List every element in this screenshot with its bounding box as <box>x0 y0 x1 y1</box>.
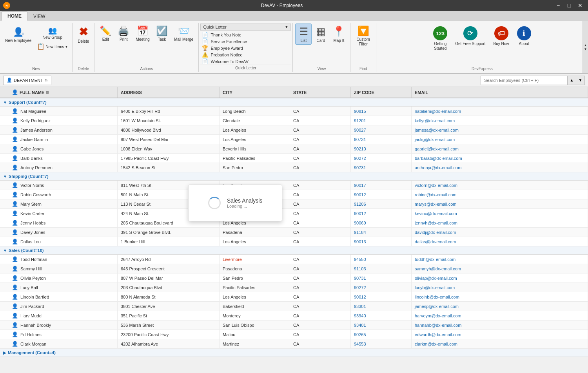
zip-link[interactable]: 90272 <box>354 156 366 161</box>
ribbon-scroll[interactable]: ▲ ▼ <box>583 21 588 73</box>
department-filter[interactable]: 👤 DEPARTMENT ⇅ <box>3 76 51 85</box>
zip-link[interactable]: 90815 <box>354 109 366 114</box>
email-link[interactable]: hannahb@dx-email.com <box>415 323 461 328</box>
grid-scroll-area[interactable]: ▼ Support (Count=7) 👤Nat Maguiree 6400 E… <box>0 98 588 373</box>
table-row[interactable]: 👤Ed Holmes 23200 Pacific Coast Hwy Malib… <box>0 330 588 339</box>
tab-view[interactable]: VIEW <box>27 12 51 21</box>
getting-started-button[interactable]: 123 GettingStarted <box>430 24 451 53</box>
table-row[interactable]: 👤Victor Norris 811 West 7th St. Los Ange… <box>0 181 588 190</box>
table-row[interactable]: 👤Nat Maguiree 6400 E Bixby Hill Rd Long … <box>0 107 588 116</box>
about-button[interactable]: ℹ About <box>514 24 535 48</box>
tab-home[interactable]: HOME <box>2 11 27 21</box>
buy-now-button[interactable]: 🏷 Buy Now <box>490 24 513 48</box>
service-excellence-item[interactable]: 📄 Service Excellence <box>200 38 291 45</box>
email-link[interactable]: victorn@dx-email.com <box>415 183 457 188</box>
table-row[interactable]: 👤Lucy Ball 203 Chautauqua Blvd Pacific P… <box>0 283 588 292</box>
email-link[interactable]: davidj@dx-email.com <box>415 230 456 235</box>
zip-link[interactable]: 91184 <box>354 230 366 235</box>
header-address[interactable]: ADDRESS <box>118 87 220 98</box>
table-row[interactable]: 👤Davey Jones 391 S Orange Grove Blvd. Pa… <box>0 228 588 237</box>
email-link[interactable]: dallas@dx-email.com <box>415 239 456 244</box>
email-link[interactable]: jackg@dx-email.com <box>415 137 455 142</box>
email-link[interactable]: anthonyr@dx-email.com <box>415 165 461 170</box>
zip-link[interactable]: 90731 <box>354 137 366 142</box>
header-email[interactable]: EMAIL <box>412 87 588 98</box>
map-it-button[interactable]: 📍 Map It <box>330 24 348 45</box>
table-row[interactable]: 👤Dallas Lou 1 Bunker Hill Los Angeles CA… <box>0 237 588 246</box>
probation-notice-item[interactable]: ⚠️ Probation Notice <box>200 51 291 58</box>
email-link[interactable]: kevinc@dx-email.com <box>415 211 457 216</box>
header-city[interactable]: CITY <box>220 87 290 98</box>
group-sales[interactable]: ▼ Sales (Count=10) <box>0 246 588 255</box>
email-link[interactable]: jennyh@dx-email.com <box>415 221 457 225</box>
group-support[interactable]: ▼ Support (Count=7) <box>0 98 588 107</box>
zip-link[interactable]: 93940 <box>354 313 366 318</box>
email-link[interactable]: sammyh@dx-email.com <box>415 266 461 271</box>
new-items-button[interactable]: 📋 New Items ▼ <box>35 42 70 52</box>
zip-link[interactable]: 90069 <box>354 221 366 225</box>
list-view-button[interactable]: ☰ List <box>295 24 312 45</box>
maximize-button[interactable]: □ <box>564 2 574 9</box>
employee-award-item[interactable]: 🏆 Employee Award <box>200 45 291 51</box>
zip-link[interactable]: 90017 <box>354 183 366 188</box>
email-link[interactable]: clarkm@dx-email.com <box>415 342 457 346</box>
print-button[interactable]: 🖨️ Print <box>115 24 132 43</box>
zip-link[interactable]: 90027 <box>354 128 366 132</box>
new-group-button[interactable]: 👥 New Group <box>35 25 70 41</box>
task-button[interactable]: ☑️ Task <box>153 24 171 43</box>
email-link[interactable]: robinc@dx-email.com <box>415 192 457 197</box>
email-link[interactable]: barbarab@dx-email.com <box>415 156 462 161</box>
table-row[interactable]: 👤Gabe Jones 1008 Elden Way Beverly Hills… <box>0 144 588 154</box>
zip-link[interactable]: 94553 <box>354 342 366 346</box>
zip-link[interactable]: 91206 <box>354 202 366 206</box>
table-row[interactable]: 👤Jim Packard 3801 Chester Ave Bakersfiel… <box>0 302 588 311</box>
table-row[interactable]: 👤Robin Cosworth 501 N Main St. CA 90012 … <box>0 190 588 199</box>
zip-link[interactable]: 94550 <box>354 257 366 262</box>
zip-link[interactable]: 90013 <box>354 239 366 244</box>
group-management[interactable]: ▶ Management (Count=4) <box>0 349 588 357</box>
table-row[interactable]: 👤Hannah Brookly 536 Marsh Street San Lui… <box>0 320 588 330</box>
search-prev-button[interactable]: ▲ <box>567 76 576 85</box>
zip-link[interactable]: 90012 <box>354 295 366 299</box>
table-row[interactable]: 👤Clark Morgan 4202 Alhambra Ave Martinez… <box>0 339 588 349</box>
get-free-support-button[interactable]: ⟳ Get Free Support <box>452 24 489 48</box>
table-row[interactable]: 👤Todd Hoffman 2647 Arroyo Rd Livermore C… <box>0 255 588 264</box>
zip-link[interactable]: 90731 <box>354 276 366 281</box>
table-row[interactable]: 👤Jenny Hobbs 205 Chautauqua Boulevard Lo… <box>0 218 588 228</box>
zip-link[interactable]: 90272 <box>354 285 366 290</box>
delete-button[interactable]: ✖ Delete <box>75 24 92 45</box>
table-row[interactable]: 👤Kevin Carter 424 N Main St. CA 90012 ke… <box>0 209 588 218</box>
header-zip-code[interactable]: ZIP CODE <box>351 87 412 98</box>
table-row[interactable]: 👤Jackie Garmin 807 West Paseo Del Mar Lo… <box>0 135 588 144</box>
close-button[interactable]: ✕ <box>575 2 585 9</box>
email-link[interactable]: jamesp@dx-email.com <box>415 304 459 309</box>
table-row[interactable]: 👤Antony Remmen 1542 S Beacon St San Pedr… <box>0 163 588 172</box>
mail-merge-button[interactable]: 📨 Mail Merge <box>171 24 196 43</box>
edit-button[interactable]: ✏️ Edit <box>97 24 114 43</box>
email-link[interactable]: edwardh@dx-email.com <box>415 332 461 337</box>
email-link[interactable]: jamesa@dx-email.com <box>415 128 459 132</box>
header-state[interactable]: STATE <box>290 87 351 98</box>
new-employee-button[interactable]: 👤+ New Employee <box>2 24 34 45</box>
welcome-devav-item[interactable]: 📄 Welcome To DevAV <box>200 58 291 65</box>
search-input[interactable] <box>481 77 567 83</box>
zip-link[interactable]: 93301 <box>354 304 366 309</box>
email-link[interactable]: lincolnb@dx-email.com <box>415 295 459 299</box>
email-link[interactable]: lucyb@dx-email.com <box>415 285 455 290</box>
zip-link[interactable]: 93401 <box>354 323 366 328</box>
table-row[interactable]: 👤Barb Banks 17985 Pacific Coast Hwy Paci… <box>0 154 588 163</box>
table-row[interactable]: 👤James Anderson 4800 Hollywood Blvd Los … <box>0 125 588 135</box>
card-view-button[interactable]: ▦ Card <box>312 24 329 45</box>
email-link[interactable]: harveym@dx-email.com <box>415 313 461 318</box>
search-next-button[interactable]: ▼ <box>576 76 584 85</box>
table-row[interactable]: 👤Lincoln Bartlett 800 N Alameda St Los A… <box>0 292 588 302</box>
email-link[interactable]: marys@dx-email.com <box>415 202 457 206</box>
zip-link[interactable]: 90012 <box>354 211 366 216</box>
zip-link[interactable]: 90012 <box>354 192 366 197</box>
table-row[interactable]: 👤Sammy Hill 645 Prospect Crescent Pasade… <box>0 264 588 273</box>
zip-link[interactable]: 90210 <box>354 147 366 151</box>
email-link[interactable]: nataliem@dx-email.com <box>415 109 461 114</box>
zip-link[interactable]: 91103 <box>354 266 366 271</box>
thank-you-note-item[interactable]: 📄 Thank You Note <box>200 31 291 38</box>
zip-link[interactable]: 91201 <box>354 118 366 123</box>
